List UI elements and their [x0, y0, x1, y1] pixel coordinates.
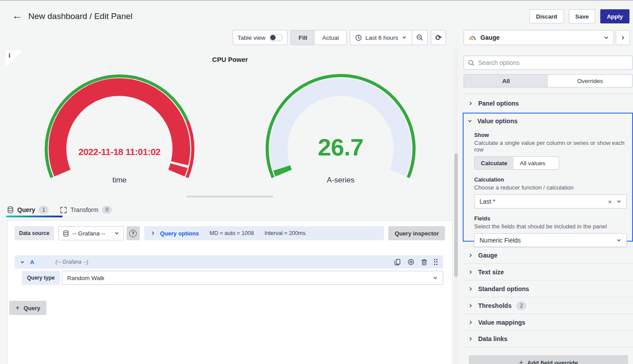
calculation-description: Choose a reducer function / calculation: [474, 184, 627, 191]
database-icon: [7, 206, 14, 213]
tab-query[interactable]: Query 1: [7, 206, 49, 214]
toggle-knob: [270, 35, 276, 40]
top-bar: ← New dashboard / Edit Panel Discard Sav…: [0, 1, 633, 29]
editor-scrollbar-track[interactable]: [454, 47, 458, 364]
query-type-value: Random Walk: [67, 275, 433, 281]
chevron-right-icon: [468, 286, 473, 292]
clock-icon: [355, 34, 362, 41]
tab-query-label: Query: [17, 206, 35, 213]
discard-button[interactable]: Discard: [529, 9, 564, 23]
save-button[interactable]: Save: [569, 9, 595, 23]
database-icon: [63, 230, 69, 237]
visualization-name: Gauge: [480, 34, 599, 41]
value-options-header[interactable]: Value options: [464, 114, 632, 129]
apply-button[interactable]: Apply: [600, 9, 629, 23]
breadcrumb: New dashboard / Edit Panel: [28, 11, 133, 21]
section-label: Data links: [478, 335, 507, 342]
gauge-a-series: 26.7 A-series: [252, 67, 429, 188]
editor-scrollbar-thumb[interactable]: [454, 153, 458, 277]
fill-actual-group: Fill Actual: [291, 30, 347, 45]
copy-icon: [394, 259, 401, 265]
section-gauge[interactable]: Gauge: [464, 246, 633, 263]
option-all-values[interactable]: All values: [514, 157, 552, 169]
transform-icon: [60, 207, 67, 213]
option-calculate[interactable]: Calculate: [475, 157, 514, 169]
section-data-links[interactable]: Data links: [464, 330, 633, 347]
clear-icon[interactable]: ×: [608, 198, 612, 205]
gauge-arc: [252, 67, 429, 188]
topbar-actions: Discard Save Apply: [529, 9, 629, 23]
chevron-down-icon: [616, 199, 621, 204]
drag-query-handle[interactable]: [434, 259, 438, 265]
refresh-icon: ⟳: [435, 33, 441, 42]
delete-query-button[interactable]: [421, 259, 427, 265]
tab-transform[interactable]: Transform 0: [60, 206, 112, 214]
panel-toolbar: Table view Fill Actual Last 6 hours ⟳: [233, 30, 446, 45]
search-input[interactable]: [478, 59, 628, 66]
value-options-body: Show Calculate a single value per column…: [464, 129, 632, 247]
add-field-override-button[interactable]: + Add field override: [469, 355, 628, 364]
chevron-right-icon: [620, 35, 626, 41]
chevron-right-icon: [468, 101, 473, 106]
tab-all[interactable]: All: [464, 75, 548, 87]
datasource-select[interactable]: -- Grafana --: [58, 226, 124, 240]
section-label: Panel options: [478, 100, 519, 107]
fields-select[interactable]: Numeric Fields: [474, 233, 627, 247]
calculation-select[interactable]: Last * ×: [474, 194, 627, 209]
tab-overrides[interactable]: Overrides: [548, 75, 632, 87]
fill-option[interactable]: Fill: [291, 30, 315, 45]
add-query-button[interactable]: + Query: [9, 301, 46, 315]
zoom-out-button[interactable]: [412, 34, 427, 41]
query-row-header[interactable]: A (-- Grafana --): [15, 255, 443, 269]
query-row-datasource: (-- Grafana --): [55, 259, 88, 265]
chevron-right-icon: [468, 269, 473, 275]
datasource-row: Data source -- Grafana -- ? Query option…: [15, 226, 445, 240]
datasource-value: -- Grafana --: [73, 230, 111, 237]
section-text-size[interactable]: Text size: [464, 263, 633, 280]
table-view-toggle[interactable]: [269, 34, 283, 41]
query-options-bar[interactable]: Query options MD = auto = 1008 Interval …: [144, 226, 384, 240]
collapse-options-pane-button[interactable]: [616, 30, 630, 45]
section-label: Text size: [478, 269, 504, 276]
trash-icon: [421, 259, 427, 265]
gauge-value: 26.7: [252, 133, 429, 161]
query-options-label: Query options: [160, 230, 199, 237]
add-field-override-label: Add field override: [527, 360, 578, 364]
fields-description: Select the fields that should be include…: [474, 223, 627, 230]
panel-resize-handle[interactable]: [186, 196, 273, 197]
section-panel-options[interactable]: Panel options: [464, 94, 633, 113]
show-label: Show: [474, 132, 627, 138]
section-thresholds[interactable]: Thresholds 2: [464, 297, 633, 314]
actual-option[interactable]: Actual: [315, 30, 347, 45]
interval-value: Interval = 200ms: [265, 230, 306, 236]
section-value-options: Value options Show Calculate a single va…: [463, 113, 633, 242]
section-value-mappings[interactable]: Value mappings: [464, 314, 633, 330]
refresh-button[interactable]: ⟳: [431, 30, 446, 45]
editor-tabs: Query 1 Transform 0: [7, 203, 112, 216]
fields-label: Fields: [474, 216, 627, 222]
time-range-button[interactable]: Last 6 hours: [350, 30, 412, 45]
query-type-label: Query type: [22, 271, 60, 285]
calculation-label: Calculation: [474, 177, 627, 183]
gauge-series-label: A-series: [252, 176, 429, 185]
datasource-help-button[interactable]: ?: [127, 226, 140, 240]
chevron-right-icon: [468, 253, 473, 258]
hide-query-button[interactable]: [407, 258, 414, 265]
options-search-box: [464, 56, 633, 70]
chevron-down-icon: [402, 35, 407, 40]
chevron-right-icon: [150, 231, 156, 236]
visualization-picker[interactable]: Gauge: [464, 30, 614, 45]
show-description: Calculate a single value per column or s…: [474, 140, 627, 153]
chevron-right-icon: [468, 320, 473, 325]
tab-transform-label: Transform: [70, 206, 98, 213]
query-editor-card: Data source -- Grafana -- ? Query option…: [7, 220, 453, 364]
section-standard-options[interactable]: Standard options: [464, 280, 633, 297]
section-label: Value options: [477, 118, 518, 125]
eye-icon: [407, 258, 414, 265]
back-arrow-icon[interactable]: ←: [11, 10, 24, 21]
datasource-label: Data source: [15, 226, 54, 240]
duplicate-query-button[interactable]: [394, 259, 401, 265]
gauge-value: 2022-11-18 11:01:02: [31, 147, 208, 157]
query-type-select[interactable]: Random Walk: [62, 271, 443, 285]
query-inspector-button[interactable]: Query inspector: [388, 226, 445, 240]
